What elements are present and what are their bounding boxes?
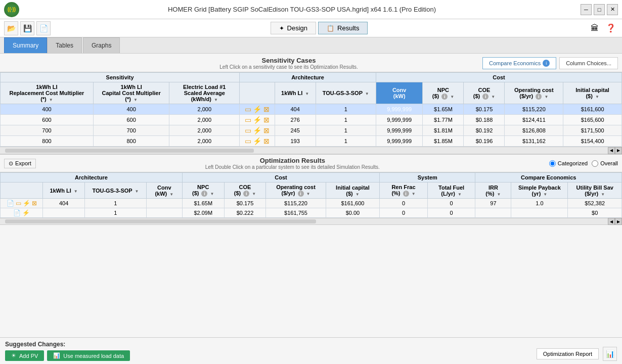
use-measured-load-button[interactable]: 📊 Use measured load data: [47, 350, 130, 361]
help-button[interactable]: ❓: [604, 21, 618, 35]
rep-cost-cell: 600: [1, 115, 94, 125]
sensitivity-h-scrollbar[interactable]: ◀ ▶: [0, 147, 622, 154]
opt-op-info: i: [298, 191, 304, 197]
battery-icon: ▭: [245, 105, 251, 113]
suggestion-buttons: ☀ Add PV 📊 Use measured load data: [5, 350, 130, 361]
optimization-report-button[interactable]: Optimization Report: [537, 348, 599, 359]
tou-cell: 1: [316, 125, 376, 136]
init-cap-sort-icon[interactable]: ▼: [595, 95, 599, 99]
optimization-row-2[interactable]: 📄 ⚡ 1 $2.09M $0.222 $161,755 $0.00 0 0 $…: [1, 208, 622, 218]
compare-economics-button[interactable]: Compare Economics i: [482, 57, 556, 69]
sensitivity-row-2[interactable]: 600 600 2,000 ▭ ⚡ ⊠ 276 1 9,999,999 $1.7…: [1, 115, 622, 125]
bottom-bar: Suggested Changes: ☀ Add PV 📊 Use measur…: [0, 337, 622, 364]
sensitivity-row-3[interactable]: 700 700 2,000 ▭ ⚡ ⊠ 245 1 9,999,999 $1.8…: [1, 125, 622, 136]
opt-irr-sort-icon[interactable]: ▼: [497, 192, 501, 197]
opt-arch-header: Architecture: [1, 173, 183, 183]
coe-sort-icon[interactable]: ▼: [491, 95, 495, 99]
opt-fuel-sort-icon[interactable]: ▼: [458, 192, 462, 197]
optimization-report-label: Optimization Report: [543, 351, 592, 357]
opt-ren-sort-icon[interactable]: ▼: [412, 192, 416, 196]
opt-kwh-sort-icon[interactable]: ▼: [74, 189, 78, 194]
coe-cell: $0.192: [464, 125, 505, 136]
opt-system-header: System: [380, 173, 475, 183]
export-button[interactable]: ⊙ Export: [4, 159, 36, 168]
optimization-row-1[interactable]: 📄 ▭ ⚡ ⊠ 404 1 $1.65M $0.175 $115,220 $16…: [1, 199, 622, 208]
app-title: HOMER Grid [Battery SGIP SoCalEdison TOU…: [23, 6, 581, 13]
minimize-button[interactable]: ─: [581, 4, 592, 15]
sensitivity-row-1[interactable]: 400 400 2,000 ▭ ⚡ ⊠ 404 1 9,999,999 $1.6…: [1, 104, 622, 115]
open-button[interactable]: 📂: [4, 21, 18, 35]
opt-payback-sort-icon[interactable]: ▼: [543, 192, 547, 197]
categorized-radio-label[interactable]: Categorized: [549, 160, 588, 167]
scroll-left-btn[interactable]: ◀: [608, 147, 615, 154]
opt-coe-sort-icon[interactable]: ▼: [252, 192, 256, 196]
toolbar: 📂 💾 📄 ✦ Design 📋 Results 🏛 ❓: [0, 19, 622, 37]
opt-scroll-right-btn[interactable]: ▶: [615, 218, 622, 225]
sensitivity-row-4[interactable]: 800 800 2,000 ▭ ⚡ ⊠ 193 1 9,999,999 $1.8…: [1, 136, 622, 147]
scroll-right-btn[interactable]: ▶: [615, 147, 622, 154]
opt-tou-sort-icon[interactable]: ▼: [135, 189, 139, 194]
opt-utility-sort-icon[interactable]: ▼: [601, 192, 605, 197]
cap-cost-sort-icon[interactable]: ▼: [134, 98, 138, 102]
sensitivity-cases-table-container: Sensitivity Architecture Cost 1kWh LIRep…: [0, 72, 622, 147]
battery-icon-4: ▭: [245, 137, 251, 145]
opt-conv-sort-icon[interactable]: ▼: [169, 192, 173, 197]
cap-cost-header: 1kWh LICapital Cost Multiplier(*) ▼: [93, 82, 169, 104]
kwh-li-sort-icon[interactable]: ▼: [305, 92, 309, 96]
optimization-subtitle: Left Double Click on a particular system…: [36, 164, 549, 170]
results-icon: 📋: [327, 25, 334, 32]
coe-cell: $0.175: [464, 104, 505, 115]
opt-initcap-sort-icon[interactable]: ▼: [356, 192, 360, 197]
report-icon-button[interactable]: 📊: [603, 347, 617, 361]
home-button[interactable]: 🏛: [588, 21, 602, 35]
results-nav-button[interactable]: 📋 Results: [318, 22, 368, 34]
add-pv-button[interactable]: ☀ Add PV: [5, 350, 44, 361]
add-pv-icon: ☀: [11, 352, 16, 359]
npc-sort-icon[interactable]: ▼: [450, 95, 454, 99]
grid-tower-icon: ⚡: [253, 105, 261, 113]
cap-cost-cell: 600: [93, 115, 169, 125]
rep-cost-sort-icon[interactable]: ▼: [49, 98, 53, 102]
optimization-results-table: Architecture Cost System Compare Economi…: [0, 172, 622, 218]
categorized-radio[interactable]: [549, 160, 556, 167]
tab-tables[interactable]: Tables: [47, 37, 82, 53]
arch-icons-cell: ▭ ⚡ ⊠: [240, 125, 275, 136]
tou-sort-icon[interactable]: ▼: [365, 92, 369, 96]
opt-op-sort-icon[interactable]: ▼: [306, 192, 310, 196]
design-nav-button[interactable]: ✦ Design: [271, 22, 316, 34]
arch-icons-cell: ▭ ⚡ ⊠: [240, 136, 275, 147]
tab-graphs[interactable]: Graphs: [83, 37, 120, 53]
op-cost-header: Operating cost($/yr) i ▼: [505, 82, 563, 104]
tou-cell: 1: [316, 115, 376, 125]
save-button[interactable]: 💾: [20, 21, 34, 35]
kwh-li-cell: 404: [275, 104, 316, 115]
opt-ren-frac-cell-2: 0: [380, 208, 428, 218]
opt-icons-cell-1: 📄 ▭ ⚡ ⊠: [1, 199, 43, 208]
opt-npc-header: NPC($) i ▼: [182, 183, 224, 199]
column-choices-button[interactable]: Column Choices...: [559, 57, 618, 69]
op-cost-cell: $126,808: [505, 125, 563, 136]
maximize-button[interactable]: □: [594, 4, 605, 15]
opt-npc-sort-icon[interactable]: ▼: [210, 192, 214, 196]
opt-scroll-left-btn[interactable]: ◀: [608, 218, 615, 225]
opt-ren-frac-header: Ren Frac(%) i ▼: [380, 183, 428, 199]
close-button[interactable]: ✕: [607, 4, 618, 15]
elec-load-cell: 2,000: [169, 136, 240, 147]
opt-utility-cell-1: $52,382: [568, 199, 622, 208]
coe-info-icon: i: [482, 94, 488, 100]
op-cost-sort-icon[interactable]: ▼: [544, 95, 548, 99]
init-cap-cell: $161,600: [563, 104, 622, 115]
tab-summary[interactable]: Summary: [4, 37, 47, 53]
opt-irr-cell-2: [475, 208, 511, 218]
suggested-changes-label: Suggested Changes:: [5, 341, 130, 348]
elec-load-sort-icon[interactable]: ▼: [214, 98, 218, 102]
export-toolbar-button[interactable]: 📄: [36, 21, 51, 35]
arch-group-header: Architecture: [240, 73, 376, 82]
npc-cell: $1.65M: [423, 104, 464, 115]
dispatch-icon-4: ⊠: [263, 137, 270, 145]
dispatch-icon-2: ⊠: [263, 116, 270, 124]
overall-radio[interactable]: [592, 160, 598, 167]
opt-payback-cell-2: [511, 208, 568, 218]
overall-radio-label[interactable]: Overall: [592, 160, 618, 167]
optimization-h-scrollbar[interactable]: ◀ ▶: [0, 218, 622, 225]
